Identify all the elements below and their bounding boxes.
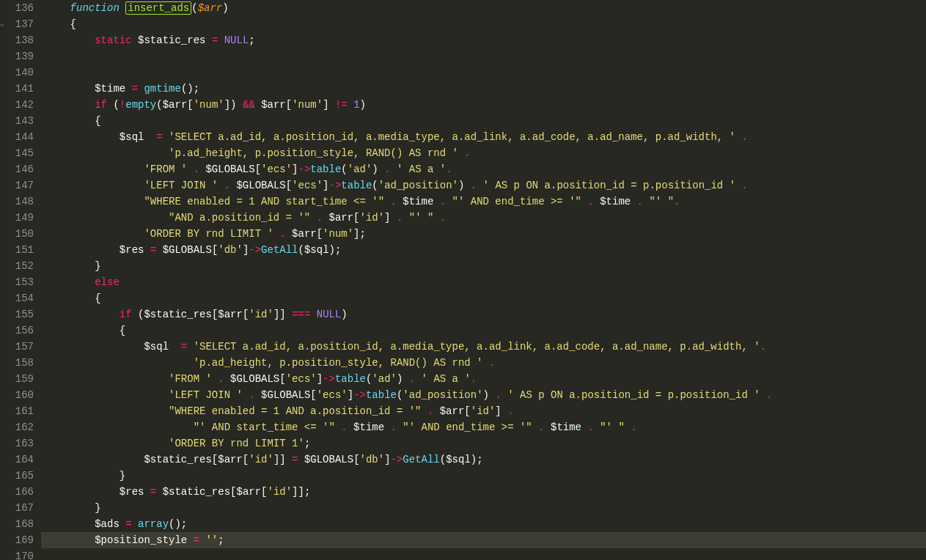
token-op: . xyxy=(391,421,397,433)
code-line[interactable]: } xyxy=(41,258,926,274)
token-op: = xyxy=(292,454,298,465)
line-number[interactable]: 169 xyxy=(4,532,34,548)
line-number[interactable]: 148 xyxy=(4,194,34,210)
line-number[interactable]: 152 xyxy=(4,258,34,274)
line-number[interactable]: 144 xyxy=(4,129,34,145)
line-number[interactable]: 140 xyxy=(4,65,34,81)
token-varw: $arr xyxy=(328,212,353,224)
line-number[interactable]: 168 xyxy=(4,516,34,532)
code-line[interactable]: { xyxy=(41,290,926,306)
code-line[interactable]: else xyxy=(41,274,926,290)
token-op: = xyxy=(181,341,187,353)
fold-marker-icon[interactable]: ⌄ xyxy=(0,16,4,32)
line-number[interactable]: 157 xyxy=(4,339,34,355)
code-line[interactable]: { xyxy=(41,323,926,339)
token-punc xyxy=(384,421,390,433)
code-line[interactable] xyxy=(41,48,926,65)
code-line[interactable] xyxy=(41,65,926,81)
line-number[interactable]: 155 xyxy=(4,306,34,323)
code-line[interactable]: function insert_ads($arr) xyxy=(41,0,926,16)
code-line[interactable]: $sql = 'SELECT a.ad_id, a.position_id, a… xyxy=(41,129,926,145)
line-number[interactable]: 158 xyxy=(4,355,34,371)
line-number[interactable]: 143 xyxy=(4,113,34,129)
line-number[interactable]: 139 xyxy=(4,48,34,65)
token-punc xyxy=(45,131,120,143)
code-line[interactable]: $sql = 'SELECT a.ad_id, a.position_id, a… xyxy=(41,339,926,355)
code-line[interactable]: if (!empty($arr['num']) && $arr['num'] !… xyxy=(41,97,926,113)
line-number[interactable]: 151 xyxy=(4,242,34,258)
code-line[interactable]: 'p.ad_height, p.position_style, RAND() A… xyxy=(41,145,926,161)
code-line[interactable]: $time = gmtime(); xyxy=(41,81,926,97)
code-line[interactable]: { xyxy=(41,113,926,129)
token-op: = xyxy=(132,83,138,95)
code-line[interactable]: } xyxy=(41,468,926,484)
token-punc xyxy=(45,421,194,433)
line-number[interactable]: 145 xyxy=(4,145,34,161)
token-punc: [ xyxy=(286,180,292,191)
code-line[interactable]: 'ORDER BY rnd LIMIT ' . $arr['num']; xyxy=(41,226,926,242)
line-number[interactable]: 170 xyxy=(4,548,34,560)
code-line[interactable]: "WHERE enabled = 1 AND start_time <= '" … xyxy=(41,194,926,210)
token-str: 'ad' xyxy=(348,163,372,175)
line-number[interactable]: 164 xyxy=(4,452,34,468)
code-line[interactable]: if ($static_res[$arr['id']] === NULL) xyxy=(41,306,926,323)
code-line[interactable]: "' AND start_time <= '" . $time . "' AND… xyxy=(41,419,926,435)
code-line[interactable]: "AND a.position_id = '" . $arr['id'] . "… xyxy=(41,210,926,226)
code-line[interactable]: $res = $static_res[$arr['id']]; xyxy=(41,484,926,500)
token-punc: ( xyxy=(191,2,197,14)
code-line[interactable]: 'FROM ' . $GLOBALS['ecs']->table('ad') .… xyxy=(41,161,926,177)
code-line[interactable]: 'LEFT JOIN ' . $GLOBALS['ecs']->table('a… xyxy=(41,177,926,194)
line-number[interactable]: 161 xyxy=(4,403,34,419)
line-number[interactable]: 163 xyxy=(4,435,34,452)
line-number[interactable]: 142 xyxy=(4,97,34,113)
code-line[interactable]: static $static_res = NULL; xyxy=(41,32,926,48)
token-punc xyxy=(224,373,230,385)
code-editor[interactable]: 136⌄137138139140141142143144145146147148… xyxy=(0,0,926,560)
line-number[interactable]: 153 xyxy=(4,274,34,290)
token-punc xyxy=(255,99,261,111)
code-line[interactable]: 'p.ad_height, p.position_style, RAND() A… xyxy=(41,355,926,371)
line-number[interactable]: 149 xyxy=(4,210,34,226)
line-number[interactable]: 150 xyxy=(4,226,34,242)
code-line[interactable]: } xyxy=(41,500,926,516)
code-line[interactable]: { xyxy=(41,16,926,32)
token-str: 'db' xyxy=(360,454,385,465)
token-punc xyxy=(348,421,353,433)
code-line[interactable]: $ads = array(); xyxy=(41,516,926,532)
line-number[interactable]: 160 xyxy=(4,387,34,403)
token-op: . xyxy=(471,373,477,385)
line-number[interactable]: 147 xyxy=(4,177,34,194)
line-number[interactable]: 165 xyxy=(4,468,34,484)
line-number[interactable]: 166 xyxy=(4,484,34,500)
token-op: . xyxy=(760,341,766,353)
token-punc: [ xyxy=(317,228,323,240)
token-op: . xyxy=(249,389,254,401)
line-number[interactable]: 137 xyxy=(4,16,34,32)
code-area[interactable]: function insert_ads($arr) { static $stat… xyxy=(41,0,926,560)
line-number[interactable]: 141 xyxy=(4,81,34,97)
token-op: . xyxy=(674,196,680,207)
line-number[interactable]: 138 xyxy=(4,32,34,48)
line-number[interactable]: 146 xyxy=(4,161,34,177)
code-line[interactable]: 'ORDER BY rnd LIMIT 1'; xyxy=(41,435,926,452)
token-punc xyxy=(218,34,224,46)
line-number[interactable]: 154 xyxy=(4,290,34,306)
code-line[interactable] xyxy=(41,548,926,560)
line-number[interactable]: 156 xyxy=(4,323,34,339)
token-op: . xyxy=(194,163,199,175)
code-line[interactable]: $res = $GLOBALS['db']->GetAll($sql); xyxy=(41,242,926,258)
line-number[interactable]: 167 xyxy=(4,500,34,516)
line-number[interactable]: 159 xyxy=(4,371,34,387)
code-line[interactable]: $static_res[$arr['id']] = $GLOBALS['db']… xyxy=(41,452,926,468)
token-punc: ( xyxy=(341,163,347,175)
code-line[interactable]: "WHERE enabled = 1 AND a.position_id = '… xyxy=(41,403,926,419)
code-line[interactable]: 'LEFT JOIN ' . $GLOBALS['ecs']->table('a… xyxy=(41,387,926,403)
token-punc xyxy=(391,163,397,175)
code-line[interactable]: 'FROM ' . $GLOBALS['ecs']->table('ad') .… xyxy=(41,371,926,387)
code-line[interactable]: $position_style = ''; xyxy=(41,532,926,548)
token-op: != xyxy=(335,99,348,111)
line-number[interactable]: 136 xyxy=(4,0,34,16)
line-number-gutter[interactable]: 136⌄137138139140141142143144145146147148… xyxy=(0,0,41,560)
line-number[interactable]: 162 xyxy=(4,419,34,435)
token-call: array xyxy=(138,518,169,530)
